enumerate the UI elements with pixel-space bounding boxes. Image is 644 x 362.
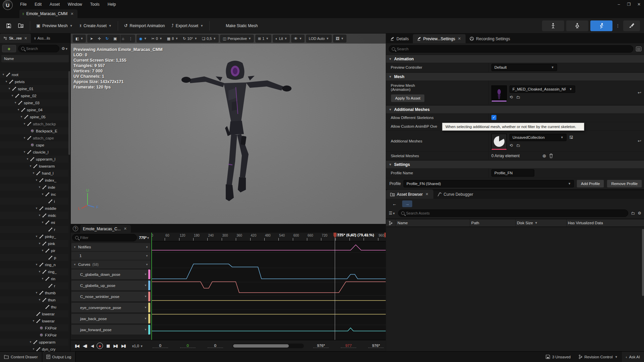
tree-row[interactable]: ▼ pir <box>0 247 68 254</box>
skeleton-shortcut-button[interactable] <box>542 20 564 31</box>
apply-to-asset-button[interactable]: Apply To Asset <box>391 94 425 102</box>
tree-row[interactable]: ▼ thun <box>0 296 68 303</box>
curve-track-row[interactable]: C_glabella_down_pose ▼ <box>71 269 150 279</box>
expander-icon[interactable]: ▼ <box>23 136 26 139</box>
play-reverse-button[interactable]: ◀ <box>89 344 95 348</box>
expander-icon[interactable]: ▼ <box>14 101 17 104</box>
delete-icon[interactable] <box>549 154 553 158</box>
add-profile-button[interactable]: Add Profile <box>577 180 604 188</box>
animation-shortcut-button[interactable] <box>590 20 612 31</box>
preview-controller-dropdown[interactable]: Default▼ <box>491 64 557 71</box>
expander-icon[interactable]: ▼ <box>23 122 26 125</box>
revision-control-button[interactable]: Revision Control ▼ <box>575 352 622 362</box>
timeline-filter[interactable] <box>72 234 137 241</box>
animation-section-header[interactable]: ▼Animation <box>386 55 644 63</box>
tree-row[interactable]: ▼ upperarm_l <box>0 156 68 163</box>
collection-dropdown[interactable]: UnsavedCollection▼ <box>509 134 567 141</box>
tree-row[interactable]: ▼ inde <box>0 184 68 191</box>
track-menu-icon[interactable]: ▼ <box>146 263 148 266</box>
expander-icon[interactable]: ▼ <box>32 319 35 322</box>
frame-field-total[interactable]: 977 <box>341 344 356 348</box>
tree-row[interactable]: ▼ dyn_cry <box>0 346 68 351</box>
tree-row[interactable]: ▼ p <box>0 254 68 261</box>
tree-row[interactable]: ▼ FXPoir <box>0 324 68 331</box>
name-column-header[interactable]: Name <box>395 219 470 227</box>
expander-icon[interactable]: ▼ <box>20 115 23 118</box>
forward-button[interactable]: → <box>402 200 412 207</box>
tree-row[interactable]: ▼ ring_n <box>0 261 68 268</box>
tree-row[interactable]: ▼ index_ <box>0 177 68 184</box>
preview-mesh-thumbnail[interactable] <box>491 85 507 101</box>
curves-track[interactable]: ▼ Curves (58) ▼ <box>71 260 150 268</box>
tree-scrollbar[interactable] <box>68 71 70 155</box>
expander-icon[interactable]: ▼ <box>38 298 41 301</box>
menu-file[interactable]: File <box>16 0 31 9</box>
menu-window[interactable]: Window <box>64 0 86 9</box>
expander-icon[interactable]: ▼ <box>73 263 76 266</box>
additional-meshes-section-header[interactable]: ▼Additional Meshes <box>386 105 644 113</box>
track-menu-icon[interactable]: ▼ <box>144 273 147 276</box>
tree-row[interactable]: ▼ lowerar <box>0 317 68 324</box>
mesh-section-header[interactable]: ▼Mesh <box>386 72 644 80</box>
tree-row[interactable]: ▼ root <box>0 71 68 78</box>
timeline-filter-input[interactable] <box>80 236 134 240</box>
tab-details[interactable]: Details <box>386 34 413 43</box>
expander-icon[interactable]: ▼ <box>5 80 8 83</box>
make-static-mesh-button[interactable]: Make Static Mesh <box>222 21 261 30</box>
ask-ai-button[interactable]: ‹ Ask AI <box>622 352 644 362</box>
playback-speed-dropdown[interactable]: x1,0 ▼ <box>132 344 143 348</box>
tree-row[interactable]: ▼ thumb <box>0 289 68 296</box>
jump-to-end-button[interactable]: ▶▮ <box>119 344 127 348</box>
tree-row[interactable]: ▼ inc <box>0 191 68 198</box>
remove-profile-button[interactable]: Remove Profile <box>607 180 642 188</box>
track-menu-icon[interactable]: ▼ <box>144 317 147 320</box>
curve-track-row[interactable]: jaw_forward_pose ▼ <box>71 325 150 335</box>
frame-field-range-end[interactable]: 976* <box>368 344 384 348</box>
more-options-button[interactable]: ⋮ <box>614 23 621 28</box>
track-menu-icon[interactable]: ▼ <box>144 295 147 298</box>
add-bone-button[interactable]: + <box>2 45 16 52</box>
tree-row[interactable]: ▼ thu <box>0 303 68 310</box>
tree-row[interactable]: ▼ pinky_ <box>0 233 68 240</box>
minimize-button[interactable]: – <box>614 0 624 8</box>
create-asset-button[interactable]: 🯅 Create Asset ▼ <box>76 21 115 30</box>
tab-asset-browser[interactable]: Asset Browser ✕ <box>386 190 433 199</box>
asset-search-input[interactable] <box>406 211 626 215</box>
details-search[interactable] <box>389 45 633 53</box>
expander-icon[interactable]: ▼ <box>73 246 76 249</box>
expander-icon[interactable]: ▼ <box>41 221 44 224</box>
paint-shortcut-button[interactable] <box>623 20 640 31</box>
track-menu-icon[interactable]: ▼ <box>146 254 148 257</box>
browse-to-icon[interactable]: 🗀 <box>516 143 520 148</box>
content-drawer-button[interactable]: Content Drawer <box>0 352 42 362</box>
timeline-plot-area[interactable]: 0601201802403003604204805406006607207808… <box>151 233 386 340</box>
step-backward-button[interactable]: ◀▮ <box>81 344 89 348</box>
expander-icon[interactable]: ▼ <box>38 270 41 273</box>
tree-search-input[interactable] <box>26 47 56 51</box>
tab-skeleton-tree[interactable]: Sk...ree ✕ <box>0 34 31 43</box>
revision-column-header[interactable] <box>386 219 395 227</box>
viewport-3d[interactable]: ◧▼ ➤ ✢ ↻ ▣ ⌂ ⋮ ◉▼ ✂0▼ ▦8▼ ↻10°▼ ❏0,5▼ ◫ … <box>71 34 386 224</box>
restore-button[interactable]: ❐ <box>624 0 634 8</box>
frame-field-current[interactable]: 0 <box>180 344 196 348</box>
tree-row[interactable]: ▼ midc <box>0 212 68 219</box>
output-log-button[interactable]: Output Log <box>42 352 76 362</box>
track-menu-icon[interactable]: ▼ <box>146 246 148 249</box>
reset-to-default-icon[interactable]: ↩ <box>638 90 641 95</box>
record-button[interactable]: ● <box>97 343 103 349</box>
tree-name-column-header[interactable]: Name <box>1 55 69 62</box>
tree-row[interactable]: ▼ attach_cape <box>0 134 68 141</box>
frame-field-end[interactable]: 976* <box>313 344 329 348</box>
timeline-tab[interactable]: Emote_Maracas_C... ✕ <box>80 225 131 233</box>
menu-asset[interactable]: Asset <box>46 0 64 9</box>
filter-dropdown[interactable]: ☰▼ <box>389 211 395 216</box>
reimport-animation-button[interactable]: ↺ Reimport Animation <box>121 21 168 30</box>
menu-edit[interactable]: Edit <box>31 0 46 9</box>
tree-row[interactable]: ▼ pink <box>0 240 68 247</box>
expander-icon[interactable]: ▼ <box>38 214 41 217</box>
tree-row[interactable]: ▼ attach_backp <box>0 120 68 127</box>
track-menu-icon[interactable]: ▼ <box>144 284 147 287</box>
tree-row[interactable]: ▼ cape <box>0 141 68 148</box>
tab-close-icon[interactable]: ✕ <box>23 36 28 41</box>
tree-row[interactable]: ▼ r <box>0 226 68 233</box>
